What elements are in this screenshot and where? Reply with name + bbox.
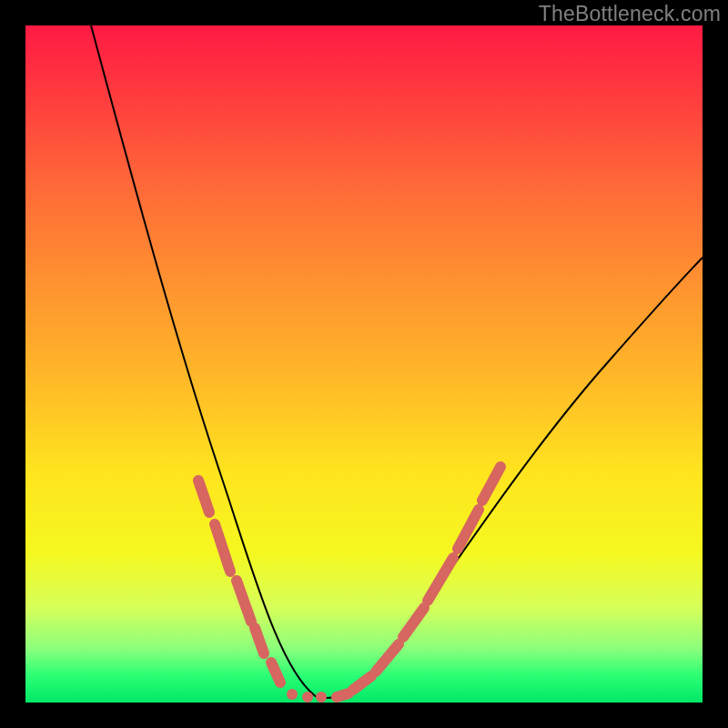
svg-line-9: [353, 676, 371, 690]
svg-line-3: [255, 628, 264, 653]
svg-line-8: [337, 693, 349, 697]
svg-point-7: [316, 692, 327, 703]
svg-line-12: [428, 558, 453, 601]
svg-point-5: [287, 689, 298, 700]
svg-line-1: [215, 524, 230, 571]
left-beads: [198, 480, 327, 703]
svg-line-11: [403, 608, 424, 637]
svg-line-4: [271, 662, 280, 682]
svg-point-6: [302, 692, 313, 703]
watermark-text: TheBottleneck.com: [539, 2, 721, 26]
right-beads: [337, 467, 500, 697]
svg-line-2: [237, 581, 251, 622]
svg-line-0: [198, 480, 209, 512]
chart-area: [25, 25, 703, 703]
svg-line-14: [482, 467, 500, 500]
svg-line-10: [376, 644, 399, 672]
bottleneck-curve-svg: [25, 25, 703, 703]
bottleneck-curve: [91, 25, 703, 698]
